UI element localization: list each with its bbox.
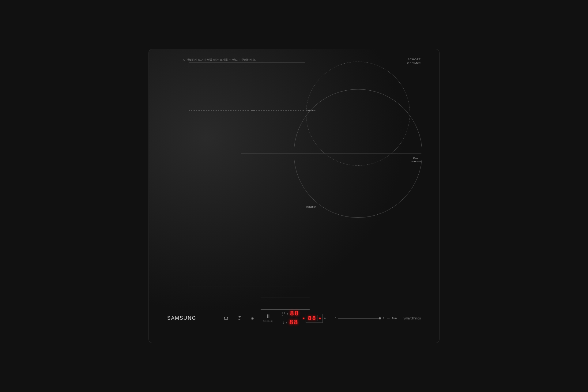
slider-min-label: 0 bbox=[335, 317, 336, 320]
cooktop-surface: ⚠ 전열판시 뜨거가 있을 때는 표기를 수 있으니 주의하세요. SCHOTT… bbox=[149, 49, 439, 343]
display-top-value: 88 bbox=[290, 310, 299, 318]
burner-bot-dash-right bbox=[256, 207, 305, 207]
display-bottom-value: 88 bbox=[289, 319, 298, 326]
power-button[interactable]: ⏻ bbox=[224, 315, 228, 321]
display-bottom-row: 88 bbox=[283, 319, 298, 326]
control-panel: SAMSUNG ⏻ ⏱ ⊞ ⏸ 타이머(분) bbox=[149, 303, 439, 334]
display-section: 88 88 bbox=[282, 310, 299, 326]
display-separator bbox=[318, 315, 318, 321]
slider-track[interactable] bbox=[338, 318, 381, 318]
dash-connector-mid bbox=[251, 158, 255, 158]
tertiary-dot bbox=[324, 318, 326, 319]
slider-dash: — bbox=[387, 317, 390, 320]
large-burner-inner-circle bbox=[306, 62, 410, 166]
display-top-row: 88 bbox=[282, 310, 299, 318]
secondary-display: 88 bbox=[303, 314, 326, 323]
display-top-border bbox=[261, 297, 310, 297]
dot-bottom bbox=[286, 322, 287, 323]
burner-bot-dash-left bbox=[189, 207, 250, 207]
secondary-red-dot bbox=[303, 318, 304, 319]
circle-divider-line bbox=[241, 153, 421, 153]
burner-bottom-label: Induction bbox=[306, 205, 316, 208]
dash-connector-bot bbox=[251, 207, 255, 207]
control-icons-group: ⏻ ⏱ ⊞ ⏸ 타이머(분) bbox=[224, 314, 273, 323]
dot-grid-top bbox=[282, 312, 285, 316]
slider-handle bbox=[379, 317, 381, 319]
circle-center-tick bbox=[381, 151, 381, 156]
schott-ceran-logo: SCHOTTCERAN® bbox=[407, 58, 421, 65]
warning-icon: ⚠ bbox=[183, 58, 185, 62]
secondary-display-box: 88 bbox=[306, 314, 323, 323]
dual-induction-label: Dual Induction bbox=[411, 156, 421, 163]
lock-button[interactable]: ⊞ bbox=[251, 315, 254, 321]
bottom-bracket bbox=[189, 280, 305, 287]
slider-section: 0 9 — Max bbox=[335, 317, 397, 320]
secondary-dot-display bbox=[319, 318, 321, 319]
burner-top-dash-left bbox=[189, 110, 250, 111]
dash-connector-top bbox=[251, 110, 255, 111]
burner-top-dash-right bbox=[256, 110, 305, 111]
samsung-logo: SAMSUNG bbox=[167, 315, 196, 321]
cooktop-panel: ⚠ 전열판시 뜨거가 있을 때는 표기를 수 있으니 주의하세요. SCHOTT… bbox=[149, 49, 439, 343]
slider-max-label: Max bbox=[392, 317, 397, 320]
warning-text: ⚠ 전열판시 뜨거가 있을 때는 표기를 수 있으니 주의하세요. bbox=[183, 58, 256, 62]
secondary-display-value: 88 bbox=[308, 315, 316, 322]
dot-top bbox=[287, 313, 288, 315]
pause-label: 타이머(분) bbox=[263, 320, 273, 323]
pause-button[interactable]: ⏸ 타이머(분) bbox=[263, 314, 273, 323]
timer-button[interactable]: ⏱ bbox=[237, 315, 242, 321]
top-bracket bbox=[189, 62, 305, 68]
slider-9-label: 9 bbox=[383, 317, 384, 320]
smartthings-label: SmartThings bbox=[403, 317, 421, 320]
burner-mid-dash-left bbox=[189, 158, 250, 158]
burner-bottom-zone: Induction bbox=[189, 205, 326, 208]
dot-grid-bottom bbox=[283, 322, 284, 324]
